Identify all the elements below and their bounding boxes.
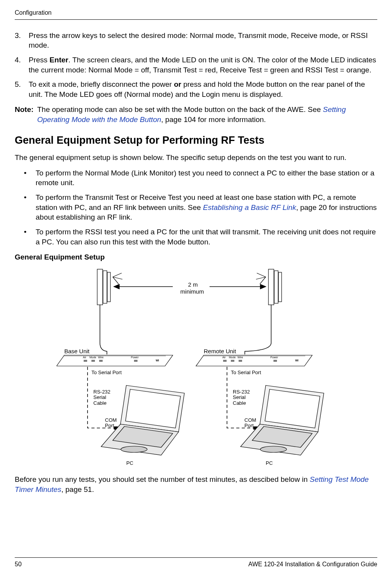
bullet-list: • To perform the Normal Mode (Link Monit… bbox=[15, 168, 377, 247]
svg-rect-13 bbox=[99, 360, 103, 362]
step-body: Press Enter. The screen clears, and the … bbox=[29, 55, 377, 75]
section-heading: General Equipment Setup for Performing R… bbox=[15, 133, 377, 147]
bullet-body: To perform the Transmit Test or Receive … bbox=[36, 193, 377, 222]
doc-title: AWE 120-24 Installation & Configuration … bbox=[248, 560, 377, 569]
step-4: 4. Press Enter. The screen clears, and t… bbox=[15, 55, 377, 75]
bullet-dot: • bbox=[15, 193, 36, 222]
rs232-l1-left: RS-232 bbox=[93, 389, 110, 395]
bullet-dot: • bbox=[15, 227, 36, 247]
rs232-l3-left: Cable bbox=[93, 401, 110, 406]
step-number: 4. bbox=[15, 55, 29, 75]
bullet-1: • To perform the Normal Mode (Link Monit… bbox=[15, 168, 377, 188]
rs232-l3-right: Cable bbox=[233, 401, 250, 406]
step-number: 3. bbox=[15, 31, 29, 50]
note-text: The operating mode can also be set with … bbox=[37, 105, 323, 113]
rs232-l1-right: RS-232 bbox=[233, 389, 250, 395]
step-body: Press the arrow keys to select the desir… bbox=[29, 31, 377, 50]
svg-point-24 bbox=[121, 446, 147, 452]
com-l1-right: COM bbox=[244, 418, 256, 423]
bullet-3: • To perform the RSSI test you need a PC… bbox=[15, 227, 377, 247]
step-body: To exit a mode, briefly disconnect the p… bbox=[29, 79, 377, 99]
bullet-body: To perform the RSSI test you need a PC f… bbox=[36, 227, 377, 247]
svg-marker-9 bbox=[260, 284, 266, 289]
page-footer: 50 AWE 120-24 Installation & Configurati… bbox=[15, 557, 377, 569]
equipment-setup-diagram: WI WI bbox=[57, 265, 335, 471]
step-3: 3. Press the arrow keys to select the de… bbox=[15, 31, 377, 50]
svg-rect-14 bbox=[134, 360, 138, 362]
section-lead: The general equipment setup is shown bel… bbox=[15, 153, 377, 163]
svg-rect-4 bbox=[274, 271, 278, 303]
unit-power-label: Power bbox=[131, 356, 139, 359]
serial-port-label-right: To Serial Port bbox=[231, 369, 261, 376]
unit-mode-label-r: Mode bbox=[229, 356, 236, 359]
svg-rect-1 bbox=[103, 271, 107, 303]
unit-power-label-r: Power bbox=[270, 356, 278, 359]
after-figure-text: Before you run any tests, you should set… bbox=[15, 474, 377, 494]
rs232-l2-left: Serial bbox=[93, 395, 110, 400]
distance-label-bottom: minimum bbox=[173, 288, 211, 296]
text: Press bbox=[29, 56, 50, 64]
pc-label-right: PC bbox=[266, 460, 273, 467]
svg-text:WI: WI bbox=[156, 359, 159, 362]
unit-wire-label-r: Wire bbox=[237, 356, 243, 359]
text: . The screen clears, and the Mode LED on… bbox=[29, 56, 376, 74]
svg-marker-8 bbox=[114, 284, 119, 289]
unit-air-label-r: Air bbox=[222, 356, 226, 359]
svg-rect-18 bbox=[231, 360, 234, 362]
note-text: , page 104 for more information. bbox=[161, 115, 266, 124]
step-list: 3. Press the arrow keys to select the de… bbox=[15, 31, 377, 100]
bold-or: or bbox=[174, 80, 181, 88]
svg-text:WI: WI bbox=[295, 359, 299, 362]
figure-container: WI WI bbox=[15, 265, 377, 471]
running-header: Configuration bbox=[15, 9, 377, 17]
com-l2-right: Port bbox=[244, 423, 256, 428]
diagram-svg: WI WI bbox=[57, 265, 335, 471]
note: Note: The operating mode can also be set… bbox=[15, 105, 377, 124]
pc-label-left: PC bbox=[126, 460, 133, 467]
text: Before you run any tests, you should set… bbox=[15, 475, 309, 483]
rf-link-link[interactable]: Establishing a Basic RF Link bbox=[203, 203, 296, 211]
base-unit-label: Base Unit bbox=[64, 347, 89, 355]
step-5: 5. To exit a mode, briefly disconnect th… bbox=[15, 79, 377, 99]
bullet-dot: • bbox=[15, 168, 36, 188]
unit-air-label: Air bbox=[83, 356, 86, 359]
figure-title: General Equipment Setup bbox=[15, 252, 377, 262]
step-number: 5. bbox=[15, 79, 29, 99]
rs232-l2-right: Serial bbox=[233, 395, 250, 400]
remote-unit-label: Remote Unit bbox=[204, 347, 236, 355]
com-l2-left: Port bbox=[105, 423, 117, 428]
note-body: The operating mode can also be set with … bbox=[37, 105, 377, 124]
footer-rule bbox=[15, 557, 377, 558]
svg-rect-5 bbox=[279, 272, 282, 302]
svg-rect-3 bbox=[268, 269, 274, 305]
text: To exit a mode, briefly disconnect the p… bbox=[29, 80, 174, 88]
bold-enter: Enter bbox=[50, 56, 69, 64]
svg-rect-17 bbox=[223, 360, 227, 362]
note-label: Note: bbox=[15, 105, 37, 124]
serial-port-label-left: To Serial Port bbox=[91, 369, 122, 376]
svg-rect-2 bbox=[107, 272, 110, 302]
svg-rect-19 bbox=[239, 360, 242, 362]
svg-point-25 bbox=[260, 446, 287, 452]
header-rule bbox=[15, 19, 377, 20]
bullet-2: • To perform the Transmit Test or Receiv… bbox=[15, 193, 377, 222]
text: , page 51. bbox=[61, 485, 94, 493]
svg-rect-11 bbox=[84, 360, 87, 362]
page-number: 50 bbox=[15, 560, 22, 569]
unit-wire-label: Wire bbox=[98, 356, 103, 359]
svg-rect-20 bbox=[273, 360, 277, 362]
com-l1-left: COM bbox=[105, 418, 117, 423]
unit-mode-label: Mode bbox=[89, 356, 96, 359]
svg-rect-0 bbox=[97, 269, 103, 305]
bullet-body: To perform the Normal Mode (Link Monitor… bbox=[36, 168, 377, 188]
svg-rect-12 bbox=[91, 360, 95, 362]
